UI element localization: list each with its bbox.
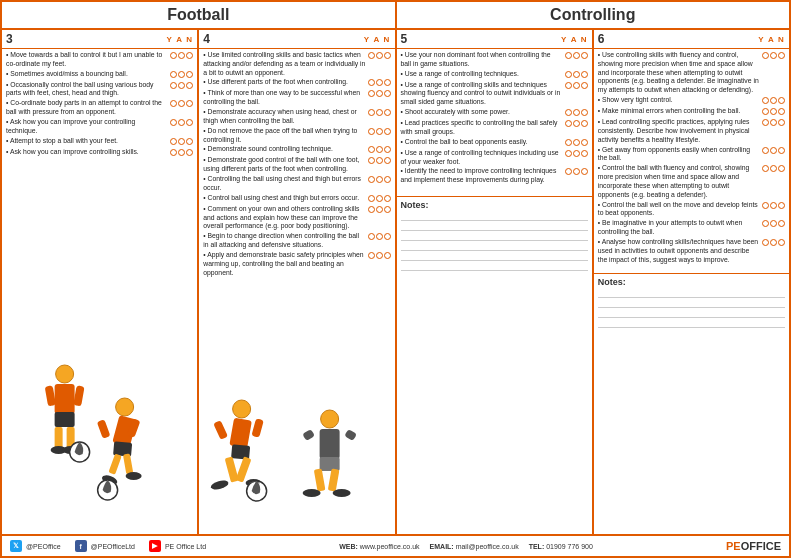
circle-n	[778, 108, 785, 115]
col4-bullet-1-text: Use limited controlling skills and basic…	[203, 51, 367, 77]
left-title: Football	[167, 6, 229, 24]
circle-n	[384, 128, 391, 135]
col3-image	[2, 161, 197, 534]
svg-rect-18	[97, 419, 111, 439]
col6-bullet-8-text: Be imaginative in your attempts to outwi…	[598, 219, 762, 237]
col4-bullet-7-circles	[368, 157, 391, 164]
circle-a	[770, 220, 777, 227]
circle-a	[573, 150, 580, 157]
col5-note-line-3	[401, 232, 588, 241]
col6-note-line-1	[598, 289, 785, 298]
circle-a	[376, 195, 383, 202]
col5-bullet-6-text: Control the ball to beat opponents easil…	[401, 138, 565, 147]
circle-a	[376, 109, 383, 116]
circle-a	[376, 90, 383, 97]
col4-bullet-9-text: Control ball using chest and thigh but e…	[203, 194, 367, 203]
email-info: EMAIL: mail@peoffice.co.uk	[430, 543, 519, 550]
circle-n	[581, 71, 588, 78]
circle-n	[186, 82, 193, 89]
col4-bullet-12: Apply and demonstrate basic safety princ…	[203, 251, 390, 277]
circle-a	[376, 79, 383, 86]
col5-bullet-1-circles	[565, 52, 588, 59]
col4-bullet-3-text: Think of more than one way to be success…	[203, 89, 367, 107]
circle-n	[778, 165, 785, 172]
circle-n	[384, 109, 391, 116]
web-value: www.peoffice.co.uk	[360, 543, 420, 550]
circle-y	[762, 97, 769, 104]
circle-a	[178, 149, 185, 156]
col5-note-line-4	[401, 242, 588, 251]
col6-bullet-1-circles	[762, 52, 785, 59]
circle-n	[186, 119, 193, 126]
youtube-link[interactable]: ▶ PE Office Ltd	[149, 540, 206, 552]
col3-bullet-4-circles	[170, 100, 193, 107]
circle-y	[762, 147, 769, 154]
col4-bullet-2-circles	[368, 79, 391, 86]
circle-a	[573, 71, 580, 78]
top-header: Football Controlling	[2, 2, 789, 30]
col4-bullet-7-text: Demonstrate good control of the ball wit…	[203, 156, 367, 174]
circle-n	[384, 206, 391, 213]
circle-a	[376, 233, 383, 240]
col6-header: 6 Y A N	[594, 30, 789, 49]
col4-bullet-6: Demonstrate sound controlling technique.	[203, 145, 390, 155]
col4-bullet-12-text: Apply and demonstrate basic safety princ…	[203, 251, 367, 277]
svg-rect-33	[314, 468, 326, 491]
facebook-link[interactable]: f @PEOfficeLtd	[75, 540, 135, 552]
col5-notes-title: Notes:	[401, 200, 588, 210]
circle-a	[573, 82, 580, 89]
col6-bullet-2-circles	[762, 97, 785, 104]
twitter-link[interactable]: 𝕏 @PEOffice	[10, 540, 61, 552]
col6-bullet-9-circles	[762, 239, 785, 246]
col6-bullet-8: Be imaginative in your attempts to outwi…	[598, 219, 785, 237]
circle-a	[770, 165, 777, 172]
col5-bullet-8-text: Identify the need to improve controlling…	[401, 167, 565, 185]
col6-note-line-2	[598, 299, 785, 308]
col6-bullet-3-circles	[762, 108, 785, 115]
col6-notes-title: Notes:	[598, 277, 785, 287]
col3-bullet-5: Ask how you can improve your controlling…	[6, 118, 193, 136]
facebook-handle: @PEOfficeLtd	[91, 543, 135, 550]
col5-bullet-1-text: Use your non dominant foot when controll…	[401, 51, 565, 69]
col6-bullet-4-circles	[762, 119, 785, 126]
svg-point-35	[303, 489, 321, 497]
col3-bullet-7: Ask how you can improve controlling skil…	[6, 148, 193, 158]
col5-bullet-3-circles	[565, 82, 588, 89]
col4-bullet-5-text: Do not remove the pace off the ball when…	[203, 127, 367, 145]
col6-a-label: A	[767, 35, 775, 44]
col6-bullet-2: Show very tight control.	[598, 96, 785, 106]
svg-rect-13	[108, 454, 121, 475]
pe-office-logo: PEOFFICE	[726, 540, 781, 552]
circle-y	[368, 195, 375, 202]
col5-bullet-5-text: Lead practices specific to controlling t…	[401, 119, 565, 137]
youtube-handle: PE Office Ltd	[165, 543, 206, 550]
svg-rect-1	[55, 384, 75, 414]
col4-bullet-10: Comment on your own and others controlli…	[203, 205, 390, 231]
circle-n	[384, 157, 391, 164]
circle-n	[581, 109, 588, 116]
col5-yan-labels: Y A N	[560, 35, 588, 44]
col4-bullet-6-circles	[368, 146, 391, 153]
svg-rect-34	[328, 468, 340, 491]
col5-body: Use your non dominant foot when controll…	[397, 49, 592, 534]
column-5: 5 Y A N Use your non dominant foot when …	[397, 30, 594, 534]
circle-a	[376, 176, 383, 183]
circle-y	[762, 108, 769, 115]
circle-n	[384, 233, 391, 240]
col5-bullet-4: Shoot accurately with some power.	[401, 108, 588, 118]
col5-bullet-4-text: Shoot accurately with some power.	[401, 108, 565, 117]
circle-n	[581, 52, 588, 59]
col3-bullet-2-circles	[170, 71, 193, 78]
circle-y	[368, 157, 375, 164]
col5-note-line-1	[401, 212, 588, 221]
circle-n	[384, 252, 391, 259]
col5-bullet-4-circles	[565, 109, 588, 116]
col5-n-label: N	[580, 35, 588, 44]
col4-bullet-5: Do not remove the pace off the ball when…	[203, 127, 390, 145]
circle-a	[376, 52, 383, 59]
col4-bullet-10-text: Comment on your own and others controlli…	[203, 205, 367, 231]
circle-n	[778, 97, 785, 104]
col5-header: 5 Y A N	[397, 30, 592, 49]
circle-n	[186, 138, 193, 145]
footer: 𝕏 @PEOffice f @PEOfficeLtd ▶ PE Office L…	[2, 534, 789, 556]
